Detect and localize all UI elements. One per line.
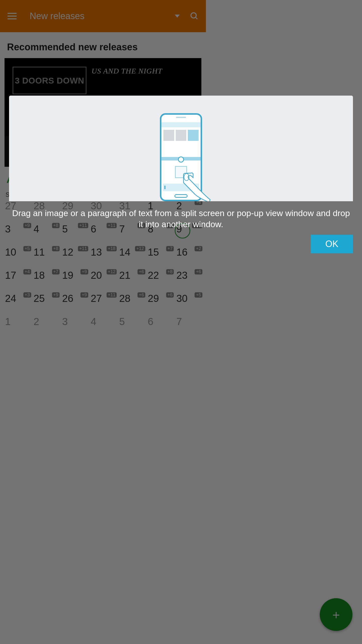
dialog-illustration [9,96,206,201]
finger-icon [181,172,206,201]
dialog-actions: OK [9,235,206,254]
dialog-message: Drag an image or a paragraph of text fro… [9,201,206,235]
tutorial-dialog: Drag an image or a paragraph of text fro… [9,96,206,254]
